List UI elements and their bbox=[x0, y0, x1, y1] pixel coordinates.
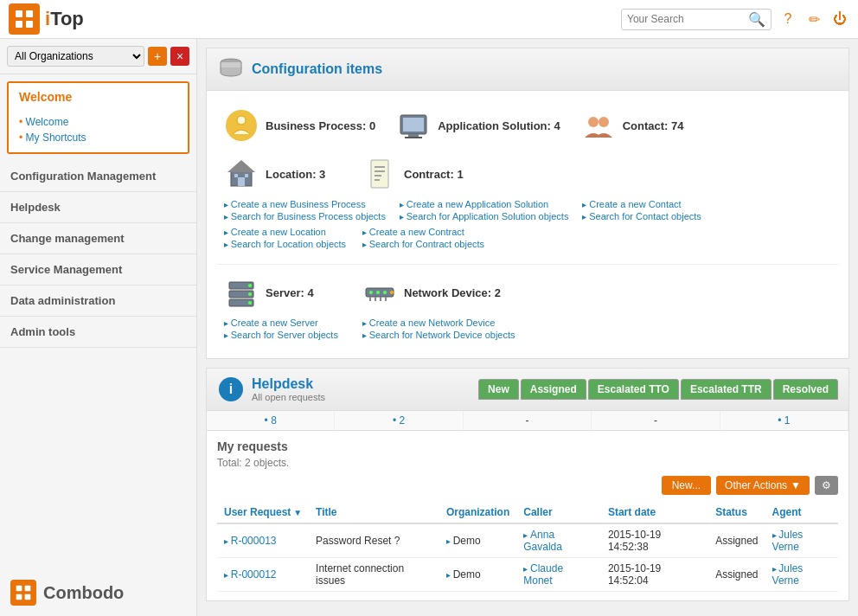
tab-resolved[interactable]: Resolved bbox=[773, 379, 838, 400]
sidebar-link-shortcuts[interactable]: My Shortcuts bbox=[19, 130, 177, 145]
power-icon[interactable]: ⏻ bbox=[830, 10, 849, 29]
svg-point-9 bbox=[226, 110, 257, 141]
my-requests-title: My requests bbox=[217, 440, 838, 453]
sidebar-item-service-management[interactable]: Service Management bbox=[0, 254, 196, 286]
svg-rect-40 bbox=[380, 297, 381, 301]
request-id-link-1[interactable]: R-000012 bbox=[224, 568, 277, 581]
other-actions-button[interactable]: Other Actions ▼ bbox=[716, 476, 810, 495]
logo-text: iTop bbox=[45, 8, 84, 30]
col-agent[interactable]: Agent bbox=[765, 502, 838, 523]
svg-rect-39 bbox=[375, 297, 376, 301]
create-contract-link[interactable]: Create a new Contract bbox=[362, 226, 487, 238]
search-bp-link[interactable]: Search for Business Process objects bbox=[224, 210, 386, 222]
search-input[interactable] bbox=[627, 13, 748, 25]
config-item-bp-label: Business Process: 0 bbox=[266, 119, 375, 132]
agent-link-0[interactable]: Jules Verne bbox=[772, 529, 804, 553]
server-links: Create a new Server Search for Server ob… bbox=[217, 317, 355, 344]
sidebar-item-data-administration[interactable]: Data administration bbox=[0, 286, 196, 317]
helpdesk-header: i Helpdesk All open requests New Assigne… bbox=[207, 369, 848, 411]
search-server-link[interactable]: Search for Server objects bbox=[224, 329, 349, 341]
svg-rect-21 bbox=[245, 174, 248, 177]
layout: All Organizations + × Welcome Welcome My… bbox=[0, 39, 858, 616]
config-items-icon bbox=[217, 55, 245, 83]
col-start-date[interactable]: Start date bbox=[601, 502, 708, 523]
svg-point-10 bbox=[237, 116, 246, 125]
config-item-server: Server: 4 bbox=[217, 268, 355, 317]
caller-link-1[interactable]: Claude Monet bbox=[523, 562, 563, 587]
config-items-row2: Server: 4 bbox=[217, 268, 838, 317]
stat-assigned-link[interactable]: 2 bbox=[393, 414, 405, 427]
search-location-link[interactable]: Search for Location objects bbox=[224, 238, 349, 250]
tab-escalated-ttr[interactable]: Escalated TTR bbox=[681, 379, 772, 400]
col-caller[interactable]: Caller bbox=[516, 502, 601, 523]
total-count: Total: 2 objects. bbox=[217, 457, 838, 469]
caller-link-0[interactable]: Anna Gavalda bbox=[523, 529, 562, 553]
config-item-business-process: Business Process: 0 bbox=[217, 101, 389, 150]
col-status[interactable]: Status bbox=[708, 502, 765, 523]
create-server-link[interactable]: Create a new Server bbox=[224, 317, 349, 329]
search-network-link[interactable]: Search for Network Device objects bbox=[362, 329, 515, 341]
org-add-button[interactable]: + bbox=[148, 47, 167, 66]
org-remove-button[interactable]: × bbox=[170, 47, 189, 66]
sidebar-item-config-management[interactable]: Configuration Management bbox=[0, 161, 196, 192]
tab-escalated-tto[interactable]: Escalated TTO bbox=[588, 379, 679, 400]
helpdesk-tabs: New Assigned Escalated TTO Escalated TTR… bbox=[478, 379, 838, 400]
cell-status-0: Assigned bbox=[708, 523, 765, 558]
sidebar-item-helpdesk[interactable]: Helpdesk bbox=[0, 192, 196, 223]
create-location-link[interactable]: Create a new Location bbox=[224, 226, 349, 238]
sidebar-link-welcome[interactable]: Welcome bbox=[19, 114, 177, 130]
welcome-links: Welcome My Shortcuts bbox=[9, 111, 188, 152]
search-contact-link[interactable]: Search for Contact objects bbox=[582, 210, 707, 222]
stat-tto-value: - bbox=[526, 414, 529, 427]
sidebar-item-change-management[interactable]: Change management bbox=[0, 223, 196, 254]
itop-logo-icon bbox=[9, 3, 40, 35]
welcome-title[interactable]: Welcome bbox=[9, 83, 188, 111]
org-link-0[interactable]: Demo bbox=[446, 535, 481, 547]
col-user-request[interactable]: User Request bbox=[217, 502, 309, 523]
header-right: 🔍 ? ✏ ⏻ bbox=[621, 9, 849, 30]
svg-point-31 bbox=[248, 292, 252, 296]
my-requests-section: My requests Total: 2 objects. New... Oth… bbox=[207, 431, 848, 600]
new-request-button[interactable]: New... bbox=[662, 476, 711, 495]
edit-icon[interactable]: ✏ bbox=[804, 10, 823, 29]
search-app-link[interactable]: Search for Application Solution objects bbox=[400, 210, 569, 222]
stat-resolved-link[interactable]: 1 bbox=[778, 414, 790, 427]
search-contract-link[interactable]: Search for Contract objects bbox=[362, 238, 487, 250]
business-process-icon bbox=[224, 108, 259, 143]
search-box[interactable]: 🔍 bbox=[621, 9, 772, 30]
table-body: R-000013 Password Reset ? Demo Anna Gava… bbox=[217, 523, 838, 592]
org-selector: All Organizations + × bbox=[0, 39, 196, 74]
tab-assigned[interactable]: Assigned bbox=[521, 379, 586, 400]
tab-new[interactable]: New bbox=[478, 379, 519, 400]
table-header-row: User Request Title Organization Caller S… bbox=[217, 502, 838, 523]
sidebar-item-admin-tools[interactable]: Admin tools bbox=[0, 317, 196, 348]
org-dropdown[interactable]: All Organizations bbox=[7, 46, 144, 67]
help-icon[interactable]: ? bbox=[778, 10, 797, 29]
config-items-header: Configuration items bbox=[207, 48, 848, 91]
svg-point-37 bbox=[390, 291, 394, 294]
config-items-body: Business Process: 0 Application Solution… bbox=[207, 91, 848, 358]
svg-rect-38 bbox=[369, 297, 371, 301]
cell-caller-1: Claude Monet bbox=[516, 558, 601, 592]
col-organization[interactable]: Organization bbox=[439, 502, 516, 523]
create-contact-link[interactable]: Create a new Contact bbox=[582, 198, 707, 210]
contact-icon bbox=[581, 108, 616, 143]
stat-new-link[interactable]: 8 bbox=[265, 414, 277, 427]
agent-link-1[interactable]: Jules Verne bbox=[772, 562, 804, 587]
header: iTop 🔍 ? ✏ ⏻ bbox=[0, 0, 858, 39]
search-icon[interactable]: 🔍 bbox=[748, 11, 765, 28]
config-button[interactable]: ⚙ bbox=[815, 476, 838, 495]
org-link-1[interactable]: Demo bbox=[446, 568, 481, 581]
svg-rect-1 bbox=[26, 10, 33, 17]
create-network-link[interactable]: Create a new Network Device bbox=[362, 317, 515, 329]
config-item-app-label: Application Solution: 4 bbox=[438, 119, 560, 132]
create-bp-link[interactable]: Create a new Business Process bbox=[224, 198, 386, 210]
col-title[interactable]: Title bbox=[309, 502, 439, 523]
stat-ttr: - bbox=[592, 411, 720, 430]
network-links: Create a new Network Device Search for N… bbox=[355, 317, 522, 344]
stat-ttr-value: - bbox=[654, 414, 657, 427]
create-app-link[interactable]: Create a new Application Solution bbox=[400, 198, 569, 210]
request-id-link-0[interactable]: R-000013 bbox=[224, 535, 277, 547]
config-item-server-label: Server: 4 bbox=[266, 286, 314, 299]
table-row: R-000013 Password Reset ? Demo Anna Gava… bbox=[217, 523, 838, 558]
